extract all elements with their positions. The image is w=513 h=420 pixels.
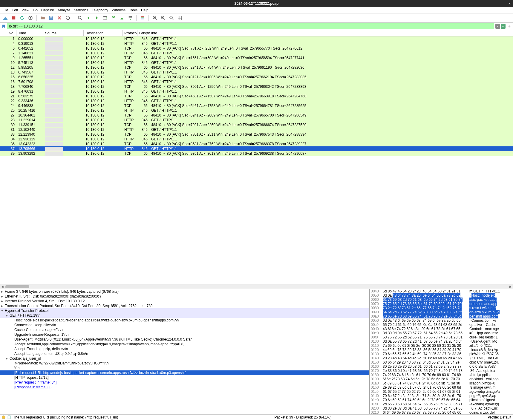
packet-row[interactable]: 136.743567xxxxxxxxxx10.130.0.12HTTP846GE… (0, 70, 513, 75)
packet-row[interactable]: 2510.257416xxxxxxxxxx10.130.0.12HTTP846G… (0, 108, 513, 113)
clear-filter-icon[interactable]: × (495, 24, 500, 29)
hex-line[interactable]: 02003d 30 2e 37 0d 0a 41 63 63 65 70 74 … (370, 406, 513, 410)
packet-row[interactable]: 3312.213940xxxxxxxxxx10.130.0.12TCP66484… (0, 132, 513, 137)
hex-line[interactable]: 02106f 64 69 6e 67 3a 20 67 7a 69 70 2c … (370, 410, 513, 414)
capture-options-icon[interactable] (27, 14, 34, 22)
column-header[interactable]: No. (0, 30, 16, 36)
tree-item[interactable]: \r\n (0, 366, 369, 370)
menu-file[interactable]: File (2, 8, 8, 12)
tree-item[interactable]: ▸Frame 37: 846 bytes on wire (6768 bits)… (0, 289, 369, 294)
column-header[interactable]: Length (137, 30, 149, 36)
stop-capture-icon[interactable] (10, 14, 17, 22)
hex-line[interactable]: 00d043 6f 6e 74 72 6f 6c 3a 20 6d 61 78 … (370, 327, 513, 331)
hex-line[interactable]: 01a06c 69 63 61 74 69 6f 6e 2f 78 6d 6c … (370, 381, 513, 385)
apply-filter-icon[interactable]: ▾ (501, 24, 506, 29)
packet-row[interactable]: 3713.795666xxxxxxxxxx10.130.0.12HTTP846G… (0, 146, 513, 151)
menu-tools[interactable]: Tools (129, 8, 137, 12)
tree-item[interactable]: Host: nodejs-basic-packet-capture-scenar… (0, 318, 369, 323)
tree-item[interactable]: ▸Cookie: ajs_user_id= (0, 356, 369, 361)
hex-line[interactable]: 01f02d 65 78 63 68 61 6e 67 65 3b 76 3d … (370, 402, 513, 406)
menu-view[interactable]: View (22, 8, 29, 12)
packet-list[interactable]: No.TimeSourceDestinationProtocolLengthIn… (0, 30, 513, 284)
add-filter-button-icon[interactable]: + (507, 24, 512, 29)
hex-line[interactable]: 014020 28 4b 48 54 4d 4c 2c 20 6c 69 6b … (370, 356, 513, 360)
packet-row[interactable]: 187.706840xxxxxxxxxx10.130.0.12TCP664841… (0, 84, 513, 89)
menu-analyze[interactable]: Analyze (58, 8, 71, 12)
packet-row[interactable]: 198.476631xxxxxxxxxx10.130.0.12HTTP846GE… (0, 89, 513, 94)
column-header[interactable]: Source (43, 30, 84, 36)
menu-edit[interactable]: Edit (12, 8, 18, 12)
hex-line[interactable]: 01d070 6e 67 2c 2a 2f 2a 3b 71 3d 30 2e … (370, 394, 513, 398)
tree-item[interactable]: [Prev request in frame: 34] (0, 380, 369, 385)
packet-row[interactable]: 167.601708xxxxxxxxxx10.130.0.12HTTP846GE… (0, 79, 513, 84)
packet-row[interactable]: 156.858325xxxxxxxxxx10.130.0.12TCP664841… (0, 75, 513, 79)
hex-line[interactable]: 01000d 0a 55 73 65 72 2d 41 67 65 6e 74 … (370, 339, 513, 344)
hex-line[interactable]: 013070 6c 65 57 65 62 4b 69 74 2f 35 33 … (370, 352, 513, 356)
hex-line[interactable]: 00500d 0a 48 6f 73 74 3a 20 6e 6f 64 65 … (370, 293, 513, 298)
hex-line[interactable]: 007075 72 65 2d 73 63 65 6e 61 72 69 6f … (370, 302, 513, 306)
tree-item[interactable]: Upgrade-Insecure-Requests: 1\r\n (0, 332, 369, 337)
tree-item[interactable]: ▸GET / HTTP/1.1\r\n (0, 313, 369, 318)
hex-line[interactable]: 015063 6b 6f 29 20 43 68 72 6f 6d 65 2f … (370, 360, 513, 364)
packet-row[interactable]: 3913.903292xxxxxxxxxx10.130.0.12TCP66484… (0, 151, 513, 156)
hex-line[interactable]: 00f063 75 72 65 2d 52 65 71 75 65 73 74 … (370, 335, 513, 339)
packet-row[interactable]: 2710.364401xxxxxxxxxx10.130.0.12TCP66484… (0, 113, 513, 118)
packet-row[interactable]: 3412.936129xxxxxxxxxx10.130.0.12HTTP846G… (0, 137, 513, 142)
menu-telephony[interactable]: Telephony (92, 8, 108, 12)
zoom-out-icon[interactable] (160, 14, 167, 22)
expert-info-icon[interactable] (2, 416, 5, 419)
resize-columns-icon[interactable] (176, 14, 183, 22)
go-back-icon[interactable] (85, 14, 92, 22)
tree-item[interactable]: Accept-Language: en,en-US;q=0.9,fr;q=0.8… (0, 351, 369, 356)
menu-wireless[interactable]: Wireless (112, 8, 125, 12)
scroll-right-icon[interactable]: ▶ (508, 285, 513, 288)
hex-line[interactable]: 00b00d 0a 43 6f 6e 6e 65 63 74 69 6f 6e … (370, 318, 513, 323)
capture-file-icon[interactable] (7, 415, 11, 419)
status-right[interactable]: Profile: Default (488, 415, 511, 419)
tree-item[interactable]: Accept-Encoding: gzip, deflate\r\n (0, 347, 369, 351)
open-file-icon[interactable] (39, 14, 46, 22)
packet-row[interactable]: 3112.102440xxxxxxxxxx10.130.0.12HTTP846G… (0, 127, 513, 132)
zoom-reset-icon[interactable]: 1 (168, 14, 175, 22)
tree-item[interactable]: [Full request URI: http://nodejs-basic-p… (0, 370, 369, 375)
hex-line[interactable]: 016030 2e 30 2e 30 20 53 61 66 61 72 69 … (370, 364, 513, 369)
find-packet-icon[interactable] (76, 14, 84, 22)
hex-line[interactable]: 01702e 33 36 0d 0a 41 63 63 65 70 74 3a … (370, 369, 513, 373)
go-to-packet-icon[interactable] (102, 14, 109, 22)
tree-item[interactable]: Cache-Control: max-age=0\r\n (0, 327, 369, 332)
tree-item[interactable]: ▸Transmission Control Protocol, Src Port… (0, 303, 369, 308)
packet-row[interactable]: 229.333436xxxxxxxxxx10.130.0.12HTTP846GE… (0, 99, 513, 103)
packet-row[interactable]: 249.446838xxxxxxxxxx10.130.0.12TCP664841… (0, 103, 513, 108)
hex-line[interactable]: 01e070 6c 69 63 61 74 69 6f 6e 2f 73 69 … (370, 398, 513, 402)
close-file-icon[interactable] (56, 14, 63, 22)
bookmark-filter-icon[interactable] (1, 24, 6, 29)
packet-row[interactable]: 10.000000xxxxxxxxxx10.130.0.12HTTP846GET… (0, 36, 513, 41)
packet-row[interactable]: 60.442652xxxxxxxxxx10.130.0.12TCP6648410… (0, 46, 513, 51)
packet-list-header[interactable]: No.TimeSourceDestinationProtocolLengthIn… (0, 30, 513, 36)
menu-statistics[interactable]: Statistics (74, 8, 88, 12)
auto-scroll-icon[interactable] (127, 14, 134, 22)
column-header[interactable]: Destination (84, 30, 122, 36)
hex-line[interactable]: 01c061 67 65 2f 77 65 62 70 2c 69 6d 61 … (370, 390, 513, 394)
scroll-left-icon[interactable]: ◀ (0, 285, 5, 288)
go-first-icon[interactable] (110, 14, 117, 22)
packet-bytes-hex[interactable]: 00406d 8b 47 45 54 20 2f 20 48 54 54 50 … (370, 289, 513, 414)
packet-row[interactable]: 125.855205xxxxxxxxxx10.130.0.12TCP664841… (0, 65, 513, 70)
hex-line[interactable]: 006061 73 69 63 2d 70 61 63 6b 65 74 2d … (370, 298, 513, 302)
menu-capture[interactable]: Capture (41, 8, 54, 12)
packet-details-tree[interactable]: ▸Frame 37: 846 bytes on wire (6768 bits)… (0, 289, 370, 414)
hex-line[interactable]: 00a070 65 6e 73 68 69 66 74 61 70 70 73 … (370, 314, 513, 318)
tree-item[interactable]: ▸Ethernet II, Src: , Dst: 0a:58:0a:82:00… (0, 294, 369, 299)
zoom-in-icon[interactable] (151, 14, 158, 22)
menu-help[interactable]: Help (141, 8, 148, 12)
tree-item[interactable]: ▾Hypertext Transfer Protocol (0, 308, 369, 313)
scroll-thumb[interactable] (5, 285, 29, 288)
save-file-icon[interactable] (48, 14, 55, 22)
hex-line[interactable]: 018074 2f 68 74 6d 6c 2c 61 70 70 6c 69 … (370, 373, 513, 377)
hex-line[interactable]: 01906f 6e 2f 78 68 74 6d 6c 2b 78 6d 6c … (370, 377, 513, 381)
packet-row[interactable]: 91.265551xxxxxxxxxx10.130.0.12TCP6648410… (0, 56, 513, 60)
hex-line[interactable]: 00406d 8b 47 45 54 20 2f 20 48 54 54 50 … (370, 289, 513, 293)
packet-row[interactable]: 218.583575xxxxxxxxxx10.130.0.12TCP664841… (0, 94, 513, 99)
h-scrollbar[interactable]: ◀ ▶ (0, 284, 513, 289)
column-header[interactable]: Protocol (122, 30, 137, 36)
